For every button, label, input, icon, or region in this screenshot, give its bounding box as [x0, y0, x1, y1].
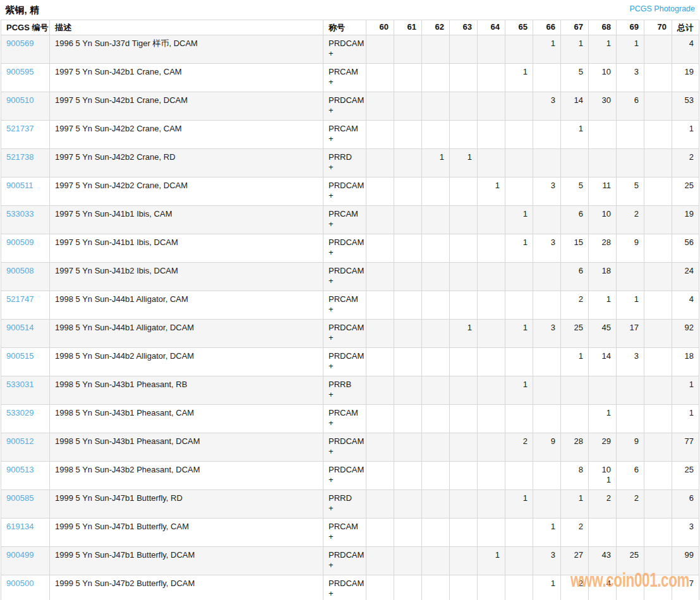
- pcgs-photograde-link[interactable]: PCGS Photograde: [629, 4, 695, 13]
- pcgs-number-link[interactable]: 619134: [6, 522, 33, 531]
- grade-count-cell: [533, 291, 561, 320]
- coin-description: 1999 5 Yn Sun-J47b1 Butterfly, RD: [50, 490, 323, 519]
- grade-column-header: 61: [394, 20, 422, 35]
- grade-count-cell: 10: [589, 206, 617, 234]
- grade-column-header: 63: [450, 20, 478, 35]
- grade-count-cell: [366, 149, 394, 177]
- grade-count-cell: [422, 490, 450, 519]
- grade-count-cell: [478, 206, 505, 234]
- total-count: 1: [672, 121, 699, 149]
- grade-count-cell: [394, 405, 422, 433]
- pcgs-number-link[interactable]: 900511: [6, 181, 33, 190]
- designation-cell: PRCAM+: [323, 64, 366, 92]
- pcgs-number-link[interactable]: 900499: [6, 550, 33, 560]
- designation-cell: PRDCAM+: [323, 234, 366, 263]
- pcgs-number-link[interactable]: 900500: [6, 579, 33, 588]
- pcgs-number-link[interactable]: 900585: [6, 493, 33, 503]
- coin-description: 1999 5 Yn Sun-J47b2 Butterfly, DCAM: [50, 575, 323, 600]
- grade-count-cell: [366, 462, 394, 490]
- grade-count-cell: [366, 291, 394, 320]
- pcgs-number-link[interactable]: 900515: [6, 351, 33, 361]
- grade-count-cell: [478, 291, 505, 320]
- grade-count-cell: [394, 121, 422, 149]
- grade-count-cell: [366, 575, 394, 600]
- designation-cell: PRDCAM+: [323, 177, 366, 206]
- grade-count-cell: 6: [561, 263, 589, 291]
- designation-cell: PRCAM+: [323, 405, 366, 433]
- coin-description: 1998 5 Yn Sun-J43b2 Pheasant, DCAM: [50, 462, 323, 490]
- pcgs-number-link[interactable]: 900569: [6, 39, 33, 48]
- grade-count-cell: [617, 405, 644, 433]
- grade-count-cell: [505, 348, 533, 376]
- coin-description: 1997 5 Yn Sun-J42b2 Crane, CAM: [50, 121, 323, 149]
- pcgs-number-link[interactable]: 900509: [6, 237, 33, 247]
- pcgs-number-link[interactable]: 521738: [6, 152, 33, 162]
- coin-description: 1998 5 Yn Sun-J44b1 Alligator, DCAM: [50, 320, 323, 348]
- designation-cell: PRDCAM+: [323, 547, 366, 575]
- designation-cell: PRRB+: [323, 376, 366, 405]
- coin-description: 1999 5 Yn Sun-J47b1 Butterfly, DCAM: [50, 547, 323, 575]
- pcgs-number-cell: 900509: [1, 234, 50, 263]
- grade-count-cell: [478, 263, 505, 291]
- grade-column-header: 67: [561, 20, 589, 35]
- grade-count-cell: [505, 519, 533, 547]
- total-count: 92: [672, 320, 699, 348]
- pcgs-number-link[interactable]: 521737: [6, 124, 33, 133]
- grade-count-cell: 10: [589, 64, 617, 92]
- total-count: 1: [672, 405, 699, 433]
- grade-count-cell: [422, 405, 450, 433]
- grade-count-cell: [450, 348, 478, 376]
- grade-count-cell: [533, 149, 561, 177]
- grade-count-cell: [589, 376, 617, 405]
- grade-count-cell: 5: [561, 64, 589, 92]
- table-row: 5330311998 5 Yn Sun-J43b1 Pheasant, RBPR…: [1, 376, 699, 405]
- pcgs-number-link[interactable]: 900595: [6, 67, 33, 76]
- grade-count-cell: 27: [561, 547, 589, 575]
- grade-count-cell: 6: [617, 462, 644, 490]
- designation-cell: PRRD+: [323, 490, 366, 519]
- grade-count-cell: 1: [561, 121, 589, 149]
- pcgs-number-link[interactable]: 533029: [6, 408, 33, 417]
- grade-count-cell: [644, 376, 672, 405]
- grade-column-header: 65: [505, 20, 533, 35]
- grade-count-cell: 3: [533, 234, 561, 263]
- designation-cell: PRDCAM+: [323, 263, 366, 291]
- grade-count-cell: 2: [561, 291, 589, 320]
- pcgs-number-link[interactable]: 900513: [6, 465, 33, 474]
- grade-count-cell: [422, 35, 450, 64]
- grade-count-cell: 3: [533, 92, 561, 121]
- pcgs-number-link[interactable]: 900512: [6, 436, 33, 446]
- grade-count-cell: [394, 519, 422, 547]
- total-count: 24: [672, 263, 699, 291]
- grade-count-cell: [505, 177, 533, 206]
- grade-count-cell: 1: [505, 64, 533, 92]
- pcgs-number-link[interactable]: 900508: [6, 266, 33, 275]
- grade-count-cell: [533, 263, 561, 291]
- pcgs-number-link[interactable]: 533031: [6, 380, 33, 389]
- designation-cell: PRDCAM+: [323, 433, 366, 462]
- grade-count-cell: [478, 348, 505, 376]
- grade-count-cell: [422, 92, 450, 121]
- designation-cell: PRDCAM+: [323, 92, 366, 121]
- coin-description: 1998 5 Yn Sun-J43b1 Pheasant, DCAM: [50, 433, 323, 462]
- grade-count-cell: [366, 35, 394, 64]
- grade-count-cell: [561, 376, 589, 405]
- table-row: 9004991999 5 Yn Sun-J47b1 Butterfly, DCA…: [1, 547, 699, 575]
- pcgs-number-link[interactable]: 900510: [6, 95, 33, 105]
- grade-count-cell: 1: [478, 177, 505, 206]
- pcgs-number-link[interactable]: 900514: [6, 323, 33, 332]
- total-count: 4: [672, 35, 699, 64]
- grade-count-cell: 1: [589, 291, 617, 320]
- grade-count-cell: [422, 320, 450, 348]
- grade-count-cell: [394, 348, 422, 376]
- grade-count-cell: 2: [617, 206, 644, 234]
- grade-count-cell: [450, 263, 478, 291]
- grade-count-cell: [589, 149, 617, 177]
- grade-count-cell: [366, 263, 394, 291]
- pcgs-number-link[interactable]: 533033: [6, 209, 33, 219]
- grade-count-cell: 1: [450, 320, 478, 348]
- grade-count-cell: 1: [617, 291, 644, 320]
- table-row: 5217381997 5 Yn Sun-J42b2 Crane, RDPRRD+…: [1, 149, 699, 177]
- table-row: 9005951997 5 Yn Sun-J42b1 Crane, CAMPRCA…: [1, 64, 699, 92]
- pcgs-number-link[interactable]: 521747: [6, 294, 33, 304]
